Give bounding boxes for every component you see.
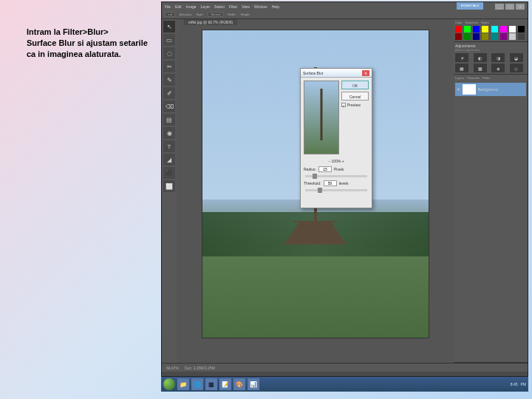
visibility-icon[interactable]: 👁 (457, 87, 460, 92)
tab-styles[interactable]: Styles (481, 21, 489, 24)
swatch[interactable] (518, 33, 525, 40)
eraser-tool[interactable]: ⌫ (163, 100, 175, 112)
menu-file[interactable]: File (165, 4, 171, 9)
marquee-tool[interactable]: ▭ (163, 34, 175, 46)
lasso-tool[interactable]: ◌ (163, 47, 175, 59)
adj-hue[interactable]: ▩ (474, 64, 487, 72)
layer-name: Background (478, 87, 498, 92)
type-tool[interactable]: T (163, 140, 175, 152)
panels-dock: Color Swatches Styles (454, 19, 528, 363)
cancel-button[interactable]: Cancel (341, 92, 369, 100)
adjustments-hint: Add an adjustment (455, 48, 526, 52)
preview-checkbox[interactable]: ✓ Preview (341, 103, 369, 107)
adj-bw[interactable]: ◈ (491, 64, 505, 72)
swatch[interactable] (491, 33, 498, 40)
eyedropper-tool[interactable]: ✎ (163, 74, 175, 86)
tool-preset[interactable]: ▭▾ (165, 12, 175, 17)
maximize-button[interactable]: ▢ (505, 4, 514, 10)
adj-levels[interactable]: ◐ (474, 53, 487, 62)
radius-unit: Pixels (334, 167, 344, 171)
menu-layer[interactable]: Layer (201, 4, 211, 9)
threshold-input[interactable] (324, 180, 337, 186)
swatch[interactable] (509, 33, 516, 40)
zoom-in-button[interactable]: + (342, 159, 344, 163)
threshold-slider[interactable] (305, 189, 367, 191)
dialog-preview[interactable] (304, 81, 339, 154)
swatch[interactable] (518, 26, 525, 33)
layer-thumbnail[interactable] (463, 84, 476, 95)
radius-label: Radius: (304, 167, 316, 171)
start-button[interactable] (163, 378, 175, 390)
swatch[interactable] (473, 33, 480, 40)
minimize-button[interactable]: _ (495, 4, 504, 10)
tab-channels[interactable]: Channels (467, 76, 480, 80)
swatch[interactable] (482, 26, 488, 33)
radius-row: Radius: Pixels (301, 165, 372, 174)
menu-select[interactable]: Select (214, 4, 225, 9)
swatch[interactable] (491, 26, 498, 33)
menu-edit[interactable]: Edit (175, 4, 182, 9)
swatch[interactable] (464, 26, 471, 33)
background-color[interactable]: ⬜ (163, 180, 175, 192)
tab-paths[interactable]: Paths (482, 76, 490, 80)
zoom-level[interactable]: 66.67% (166, 366, 179, 370)
adj-curves[interactable]: ◑ (491, 53, 505, 62)
swatch[interactable] (482, 33, 488, 40)
swatch[interactable] (473, 26, 480, 33)
menu-filter[interactable]: Filter (229, 4, 237, 9)
adj-brightness[interactable]: ☀ (455, 53, 468, 62)
toolbox: ↖ ▭ ◌ ✂ ✎ ✐ ⌫ ▤ ◉ T ◢ ⬛ ⬜ (162, 19, 177, 363)
swatch[interactable] (509, 26, 516, 33)
taskbar-ie-icon[interactable]: 🌐 (191, 378, 203, 390)
options-bar: ▭▾ Anti-alias Style: Normal Width: Heigh… (162, 10, 528, 19)
adj-photo[interactable]: ◇ (510, 64, 523, 72)
gradient-tool[interactable]: ▤ (163, 114, 175, 126)
taskbar-app-icon[interactable]: ▦ (205, 378, 217, 390)
option-width-label: Width: (228, 13, 236, 16)
swatches-grid (455, 26, 526, 40)
taskbar-app-icon[interactable]: 📝 (219, 378, 231, 390)
layer-row[interactable]: 👁 Background (455, 83, 526, 96)
option-style-label: Style: (196, 13, 203, 16)
close-button[interactable]: ✕ (516, 4, 525, 10)
adj-exposure[interactable]: ◒ (510, 53, 523, 62)
dialog-title-text: Surface Blur (303, 71, 324, 75)
system-tray[interactable]: 8:45 PM (511, 382, 526, 386)
tab-color[interactable]: Color (455, 21, 463, 24)
statusbar: 66.67% Doc: 2.25M/2.25M (162, 363, 528, 372)
menu-image[interactable]: Image (186, 4, 197, 9)
taskbar-explorer-icon[interactable]: 📁 (177, 378, 189, 390)
foreground-color[interactable]: ⬛ (163, 167, 175, 179)
brush-tool[interactable]: ✐ (163, 87, 175, 99)
taskbar-app-icon[interactable]: 📊 (248, 378, 259, 390)
crop-tool[interactable]: ✂ (163, 61, 175, 72)
tab-layers[interactable]: Layers (455, 76, 464, 80)
dialog-titlebar[interactable]: Surface Blur ✕ (301, 69, 372, 78)
ok-button[interactable]: OK (341, 81, 369, 89)
tab-swatches[interactable]: Swatches (466, 21, 478, 24)
menu-view[interactable]: View (242, 4, 250, 9)
swatch[interactable] (500, 33, 507, 40)
option-antialias[interactable]: Anti-alias (180, 13, 191, 16)
radius-slider[interactable] (305, 175, 367, 177)
path-tool[interactable]: ◢ (163, 154, 175, 166)
swatch[interactable] (464, 33, 471, 40)
workspace-switcher[interactable]: ESSENTIALS (457, 2, 483, 10)
document-tab[interactable]: eiffel.jpg @ 66.7% (RGB/8) (184, 19, 237, 25)
adj-vibrance[interactable]: ▦ (455, 64, 468, 72)
zoom-out-button[interactable]: − (328, 159, 330, 163)
radius-input[interactable] (318, 166, 332, 172)
dialog-close-button[interactable]: ✕ (362, 70, 369, 76)
windows-taskbar: 📁 🌐 ▦ 📝 🎨 📊 8:45 PM (161, 377, 528, 392)
swatch[interactable] (455, 33, 462, 40)
move-tool[interactable]: ↖ (163, 21, 175, 33)
option-style[interactable]: Normal (208, 12, 223, 17)
layers-panel: Layers Channels Paths 👁 Background (454, 75, 528, 363)
swatch[interactable] (455, 26, 462, 33)
menu-window[interactable]: Window (254, 4, 267, 9)
swatch[interactable] (500, 26, 507, 33)
adjustments-panel: Adjustments Add an adjustment ☀ ◐ ◑ ◒ ▦ … (454, 42, 528, 75)
taskbar-photoshop-icon[interactable]: 🎨 (233, 378, 245, 390)
menu-help[interactable]: Help (272, 4, 279, 9)
dodge-tool[interactable]: ◉ (163, 127, 175, 139)
